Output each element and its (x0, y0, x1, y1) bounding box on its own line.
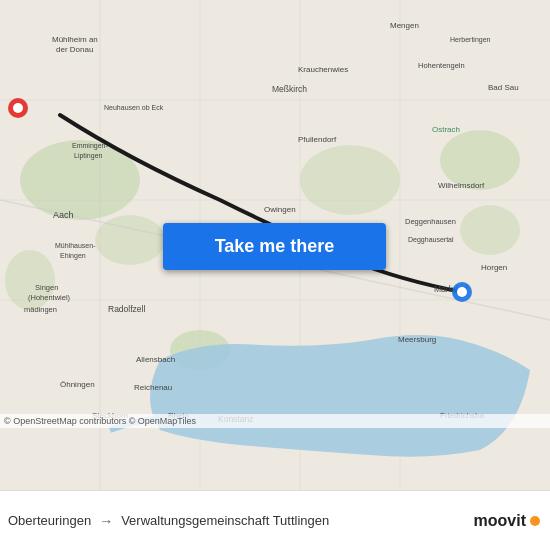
map-container: Mühlheim an der Donau Mengen Herbertinge… (0, 0, 550, 490)
to-location: Verwaltungsgemeinschaft Tuttlingen (121, 513, 329, 528)
svg-text:Meßkirch: Meßkirch (272, 84, 307, 94)
footer-route-info: Oberteuringen → Verwaltungsgemeinschaft … (8, 513, 329, 529)
svg-text:Liptingen: Liptingen (74, 152, 103, 160)
svg-text:(Hohentwiel): (Hohentwiel) (28, 293, 71, 302)
svg-point-3 (300, 145, 400, 215)
svg-text:Ehingen: Ehingen (60, 252, 86, 260)
svg-text:Radolfzell: Radolfzell (108, 304, 145, 314)
svg-text:Horgen: Horgen (481, 263, 507, 272)
svg-text:Hohentengeln: Hohentengeln (418, 61, 465, 70)
footer-bar: Oberteuringen → Verwaltungsgemeinschaft … (0, 490, 550, 550)
svg-text:Emmingen-: Emmingen- (72, 142, 108, 150)
svg-text:mädingen: mädingen (24, 305, 57, 314)
svg-text:Herbertingen: Herbertingen (450, 36, 491, 44)
svg-text:Bad Sau: Bad Sau (488, 83, 519, 92)
from-location: Oberteuringen (8, 513, 91, 528)
take-me-there-button[interactable]: Take me there (163, 223, 386, 270)
svg-text:Krauchenwies: Krauchenwies (298, 65, 348, 74)
svg-point-7 (460, 205, 520, 255)
svg-text:Deggenhausen: Deggenhausen (405, 217, 456, 226)
svg-text:Pfullendorf: Pfullendorf (298, 135, 337, 144)
svg-text:der Donau: der Donau (56, 45, 93, 54)
svg-text:Neuhausen ob Eck: Neuhausen ob Eck (104, 104, 164, 111)
arrow-icon: → (99, 513, 113, 529)
svg-text:Ostrach: Ostrach (432, 125, 460, 134)
svg-text:Mühlhausen-: Mühlhausen- (55, 242, 96, 249)
moovit-logo: moovit (474, 512, 540, 530)
map-attribution: © OpenStreetMap contributors © OpenMapTi… (0, 414, 550, 428)
moovit-text: moovit (474, 512, 526, 530)
svg-text:Meersburg: Meersburg (398, 335, 436, 344)
moovit-dot-icon (530, 516, 540, 526)
svg-text:Mühlheim an: Mühlheim an (52, 35, 98, 44)
svg-text:Singen: Singen (35, 283, 58, 292)
svg-text:Mengen: Mengen (390, 21, 419, 30)
svg-text:Degghausertal: Degghausertal (408, 236, 454, 244)
svg-text:Wilhelmsdorf: Wilhelmsdorf (438, 181, 485, 190)
svg-text:Allensbach: Allensbach (136, 355, 175, 364)
svg-point-55 (457, 287, 467, 297)
svg-text:Aach: Aach (53, 210, 74, 220)
svg-point-53 (13, 103, 23, 113)
svg-text:Öhningen: Öhningen (60, 380, 95, 389)
svg-text:Owingen: Owingen (264, 205, 296, 214)
svg-text:Reichenau: Reichenau (134, 383, 172, 392)
